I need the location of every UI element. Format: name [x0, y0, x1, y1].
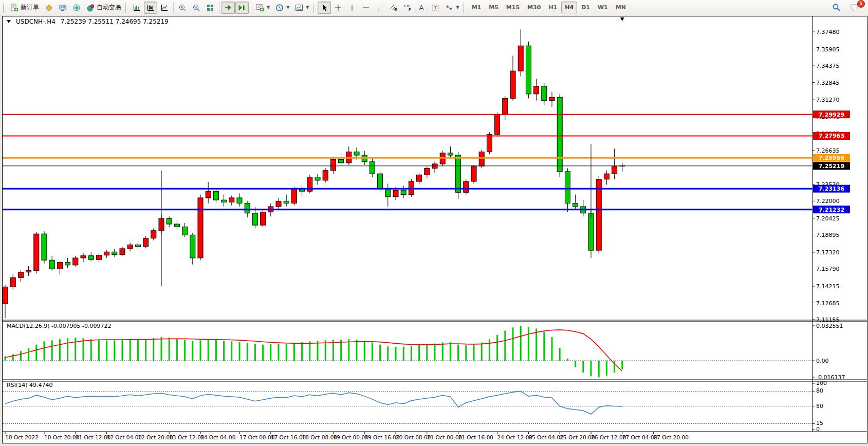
vertical-line-icon: [348, 4, 356, 12]
svg-text:25 Oct 20:00: 25 Oct 20:00: [560, 434, 595, 440]
bar-chart-button[interactable]: [130, 2, 143, 14]
svg-text:12 Oct 20:00: 12 Oct 20:00: [138, 434, 173, 440]
indicators-button[interactable]: ▼: [253, 2, 272, 14]
chevron-down-icon: ▼: [456, 5, 459, 10]
timeframe-w1-button[interactable]: W1: [594, 2, 612, 13]
trendline-icon: [376, 4, 384, 12]
line-chart-button[interactable]: [158, 2, 171, 14]
svg-text:0.00: 0.00: [816, 358, 829, 364]
collapse-triangle-icon[interactable]: [7, 20, 11, 23]
rsi-label: RSI(14) 49.4740: [7, 382, 52, 388]
clock-icon: [275, 4, 284, 12]
tile-windows-button[interactable]: [204, 2, 217, 14]
chevron-down-icon: ▼: [306, 5, 309, 10]
chart-canvas[interactable]: 7.374807.359057.343757.328457.312707.297…: [3, 16, 867, 442]
svg-text:25 Oct 04:00: 25 Oct 04:00: [528, 434, 563, 440]
date-axis[interactable]: 10 Oct 202210 Oct 20:0011 Oct 12:0012 Oc…: [5, 432, 689, 440]
svg-text:7.22000: 7.22000: [816, 198, 840, 205]
text-tool-button[interactable]: [415, 2, 428, 14]
crosshair-icon: [334, 4, 342, 12]
svg-text:7.15790: 7.15790: [816, 266, 840, 272]
terminal-button[interactable]: [56, 2, 69, 14]
horizontal-line-icon: [362, 4, 370, 12]
svg-text:7.18895: 7.18895: [816, 232, 840, 238]
bar-chart-icon: [133, 4, 141, 12]
rsi-pane: RSI(14) 49.47401008050150: [3, 380, 827, 433]
templates-icon: [295, 4, 303, 12]
new-order-label: 新订单: [21, 3, 39, 12]
svg-text:7.21232: 7.21232: [819, 207, 844, 213]
svg-text:17 Oct 00:00: 17 Oct 00:00: [239, 434, 274, 440]
zoom-out-button[interactable]: [190, 2, 203, 14]
equidistant-channel-icon: [390, 4, 398, 12]
vertical-line-tool-button[interactable]: [345, 2, 359, 14]
auto-scroll-icon: [224, 4, 232, 12]
timeframe-h4-button[interactable]: H4: [561, 2, 577, 13]
metaeditor-button[interactable]: [42, 2, 56, 14]
svg-text:7.14215: 7.14215: [816, 283, 840, 290]
svg-text:0: 0: [816, 426, 820, 433]
timeframe-m5-button[interactable]: M5: [485, 2, 502, 13]
svg-text:14 Oct 04:00: 14 Oct 04:00: [200, 434, 235, 440]
svg-text:7.25956: 7.25956: [819, 155, 844, 161]
timeframe-m15-button[interactable]: M15: [503, 2, 523, 13]
svg-text:19 Oct 16:00: 19 Oct 16:00: [364, 434, 399, 440]
svg-text:50: 50: [816, 403, 823, 410]
chart-ohlc-values: 7.25239 7.25511 7.24695 7.25219: [61, 18, 169, 25]
cursor-tool-button[interactable]: [318, 2, 331, 14]
crosshair-tool-button[interactable]: [331, 2, 345, 14]
main-toolbar: 新订单 自动交易 ▼ ▼: [0, 0, 868, 15]
auto-scroll-button[interactable]: [221, 2, 235, 14]
candles-layer: [3, 29, 625, 318]
macd-label: MACD(12,26,9) -0.007905 -0.009722: [7, 323, 111, 329]
fibonacci-tool-button[interactable]: [401, 2, 414, 14]
autotrading-button[interactable]: 自动交易: [84, 2, 124, 14]
svg-text:7.12685: 7.12685: [816, 300, 840, 307]
toolbar-separator: [219, 2, 219, 13]
svg-text:7.20425: 7.20425: [816, 215, 840, 222]
text-label-tool-button[interactable]: [429, 2, 442, 14]
timeframe-d1-button[interactable]: D1: [578, 2, 594, 13]
strategy-tester-button[interactable]: [70, 2, 83, 14]
svg-text:27 Oct 20:00: 27 Oct 20:00: [654, 434, 689, 440]
toolbar-grip: [313, 3, 315, 13]
search-button[interactable]: [829, 2, 843, 14]
timeframe-m30-button[interactable]: M30: [524, 2, 544, 13]
svg-text:26 Oct 12:00: 26 Oct 12:00: [591, 434, 626, 440]
timeframe-mn-button[interactable]: MN: [612, 2, 630, 13]
horizontal-line-tool-button[interactable]: [359, 2, 373, 14]
trendline-tool-button[interactable]: [373, 2, 386, 14]
new-order-icon: [10, 4, 19, 12]
toolbar-grip: [125, 3, 127, 13]
candlestick-chart-icon: [146, 4, 155, 12]
chart-window[interactable]: USDCNH-,H4 7.25239 7.25511 7.24695 7.252…: [2, 16, 867, 443]
chevron-down-icon: ▼: [286, 5, 289, 10]
periods-button[interactable]: ▼: [273, 2, 292, 14]
svg-text:7.17320: 7.17320: [816, 249, 840, 256]
chart-shift-button[interactable]: [235, 2, 249, 14]
price-axis: 7.374807.359057.343757.328457.312707.297…: [812, 29, 850, 323]
timeframe-m1-button[interactable]: M1: [468, 2, 485, 13]
svg-text:7.26635: 7.26635: [816, 147, 840, 154]
levels-layer[interactable]: [3, 115, 812, 287]
svg-text:13 Oct 12:00: 13 Oct 12:00: [169, 434, 204, 440]
zoom-in-icon: [178, 4, 187, 12]
candlestick-chart-button[interactable]: [144, 2, 157, 14]
svg-text:10 Oct 2022: 10 Oct 2022: [5, 434, 39, 440]
chart-canvas-host[interactable]: 7.374807.359057.343757.328457.312707.297…: [3, 16, 867, 442]
toolbar-grip: [3, 3, 5, 13]
svg-text:21 Oct 16:00: 21 Oct 16:00: [458, 434, 493, 440]
notifications-button[interactable]: 1: [847, 2, 862, 14]
svg-text:21 Oct 00:00: 21 Oct 00:00: [427, 434, 462, 440]
templates-button[interactable]: ▼: [292, 2, 311, 14]
toolbar-separator: [251, 2, 251, 13]
arrows-tool-button[interactable]: ▼: [442, 2, 461, 14]
svg-text:80: 80: [816, 387, 823, 394]
notification-badge: 1: [857, 0, 865, 8]
search-icon: [832, 3, 841, 12]
indicators-icon: [256, 4, 264, 12]
timeframe-h1-button[interactable]: H1: [545, 2, 561, 13]
new-order-button[interactable]: 新订单: [8, 2, 42, 14]
channel-tool-button[interactable]: [387, 2, 400, 14]
zoom-in-button[interactable]: [176, 2, 189, 14]
